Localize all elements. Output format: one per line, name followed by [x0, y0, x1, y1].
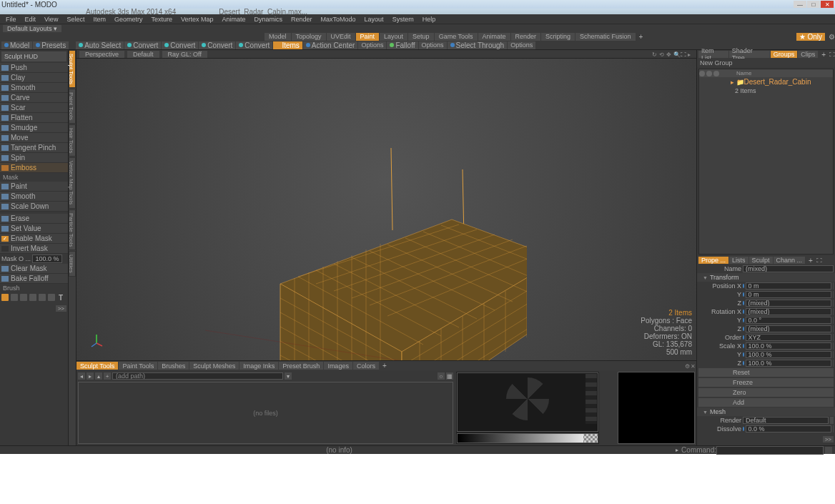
tab-scripting[interactable]: Scripting	[541, 33, 575, 41]
dropdown-arrow[interactable]	[833, 334, 834, 341]
viewport-maximize-icon[interactable]: ⛶	[681, 51, 686, 57]
tab-sculpt[interactable]: Sculpt	[749, 257, 773, 264]
tab-layout[interactable]: Layout	[380, 33, 407, 41]
brush-1[interactable]	[1, 294, 9, 301]
tool-scar[interactable]: Scar	[0, 103, 68, 113]
fb-forward-button[interactable]: ▸	[87, 372, 94, 380]
command-input[interactable]	[716, 446, 824, 455]
only-button[interactable]: ★Only	[796, 33, 825, 41]
layout-dropdown[interactable]: Default Layouts ▾	[3, 25, 61, 32]
vtab-paint-tools[interactable]: Paint Tools	[69, 89, 76, 124]
spinner[interactable]	[833, 291, 834, 298]
scale-x-input[interactable]	[746, 342, 831, 350]
tool-flatten[interactable]: Flatten	[0, 113, 68, 123]
vtab-hair-tools[interactable]: Hair Tools	[69, 124, 76, 157]
position-z-input[interactable]	[746, 300, 831, 307]
viewport-nav-icon[interactable]: ↻	[652, 51, 658, 57]
channel-indicator[interactable]	[743, 301, 744, 305]
channel-indicator[interactable]	[743, 352, 744, 357]
options-2-button[interactable]: Options	[419, 41, 447, 49]
menu-view[interactable]: View	[40, 16, 62, 23]
status-arrow-icon[interactable]: ▸	[676, 447, 678, 453]
brush-4[interactable]	[29, 294, 36, 301]
spinner[interactable]	[833, 325, 834, 332]
add-btab-button[interactable]: +	[380, 362, 390, 370]
fb-clear-button[interactable]: ○	[438, 372, 445, 380]
spinner[interactable]	[833, 317, 834, 324]
scene-expand-icon[interactable]: ⛶	[829, 51, 835, 57]
axis-gizmo[interactable]	[89, 333, 104, 347]
vtab-particle-tools[interactable]: Particle Tools	[69, 209, 76, 250]
brush-6[interactable]	[48, 294, 55, 301]
tool-spin[interactable]: Spin	[0, 153, 68, 163]
menu-geometry[interactable]: Geometry	[110, 16, 147, 23]
viewport-zoom-icon[interactable]: 🔍	[673, 51, 679, 57]
preview-render[interactable]	[457, 372, 598, 432]
items-mode-button[interactable]: Items	[273, 41, 302, 49]
btab-images[interactable]: Images	[324, 362, 352, 370]
more-props-button[interactable]: >>	[823, 436, 834, 443]
tool-emboss[interactable]: Emboss	[0, 163, 68, 173]
channel-indicator[interactable]	[743, 318, 744, 322]
preview-slider[interactable]	[586, 374, 597, 424]
tab-item-list[interactable]: Item List	[698, 51, 728, 58]
menu-edit[interactable]: Edit	[21, 16, 41, 23]
tab-setup[interactable]: Setup	[408, 33, 434, 41]
add-tab-button[interactable]: +	[636, 33, 646, 41]
tab-uvedit[interactable]: UVEdit	[327, 33, 355, 41]
position-x-input[interactable]	[746, 282, 831, 290]
mesh-section[interactable]: Mesh	[697, 407, 835, 416]
viewport-pan-icon[interactable]: ✥	[666, 51, 672, 57]
tab-topology[interactable]: Topology	[292, 33, 326, 41]
mask-erase[interactable]: Erase	[0, 214, 68, 224]
visibility-column[interactable]	[699, 71, 705, 76]
scale-z-input[interactable]	[746, 360, 831, 367]
tab-channels[interactable]: Chann ...	[774, 257, 806, 264]
dropdown-arrow[interactable]	[830, 417, 834, 424]
tab-schematic-fusion[interactable]: Schematic Fusion	[575, 33, 636, 41]
brush-2[interactable]	[11, 294, 18, 301]
tool-tangent-pinch[interactable]: Tangent Pinch	[0, 143, 68, 153]
add-scene-tab[interactable]: +	[819, 51, 829, 59]
brush-5[interactable]	[39, 294, 46, 301]
sculpt-hud-header[interactable]: Sculpt HUD	[1, 51, 66, 61]
vtab-utilities[interactable]: Utilities	[69, 251, 76, 277]
auto-select-button[interactable]: Auto Select	[76, 41, 124, 49]
channel-indicator[interactable]	[743, 284, 744, 288]
viewport-options-icon[interactable]: ▸	[688, 51, 693, 57]
channel-indicator[interactable]	[743, 327, 744, 331]
name-input[interactable]	[743, 265, 834, 272]
transform-section[interactable]: Transform	[697, 273, 835, 282]
fb-add-button[interactable]: +	[104, 372, 111, 380]
zero-button[interactable]: Zero	[698, 388, 834, 397]
enable-mask-checkbox[interactable]: ✓Enable Mask	[0, 234, 68, 244]
new-group-button[interactable]: New Group	[697, 59, 835, 67]
viewport-type-dropdown[interactable]: Perspective	[79, 51, 124, 58]
menu-select[interactable]: Select	[62, 16, 89, 23]
menu-render[interactable]: Render	[287, 16, 317, 23]
add-button[interactable]: Add	[698, 398, 834, 407]
fb-up-button[interactable]: ▴	[95, 372, 102, 380]
tab-groups[interactable]: Groups	[771, 51, 798, 58]
menu-item[interactable]: Item	[89, 16, 110, 23]
tree-item-desert-radar-cabin[interactable]: ▸ 📁 Desert_Radar_Cabin	[699, 77, 833, 87]
viewport-rotate-icon[interactable]: ⟲	[659, 51, 665, 57]
channel-indicator[interactable]	[743, 292, 744, 297]
color-gradient[interactable]	[457, 433, 598, 443]
tab-clips[interactable]: Clips	[798, 51, 818, 58]
spinner[interactable]	[833, 360, 834, 367]
groups-tree[interactable]: Name ▸ 📁 Desert_Radar_Cabin 2 Items	[698, 69, 834, 255]
rotation-z-input[interactable]	[746, 325, 831, 332]
brush-3[interactable]	[20, 294, 27, 301]
position-y-input[interactable]	[746, 291, 831, 298]
btab-brushes[interactable]: Brushes	[158, 362, 189, 370]
tab-shader-tree[interactable]: Shader Tree	[729, 51, 770, 58]
3d-viewport[interactable]: 2 Items Polygons : Face Channels: 0 Defo…	[76, 59, 696, 360]
menu-texture[interactable]: Texture	[147, 16, 177, 23]
tool-carve[interactable]: Carve	[0, 93, 68, 103]
viewport-shading-dropdown[interactable]: Default	[127, 51, 159, 58]
action-center-button[interactable]: Action Center	[303, 41, 358, 49]
fb-dropdown-button[interactable]: ▾	[285, 372, 292, 380]
close-button[interactable]: ✕	[821, 1, 834, 8]
spinner[interactable]	[833, 282, 834, 290]
